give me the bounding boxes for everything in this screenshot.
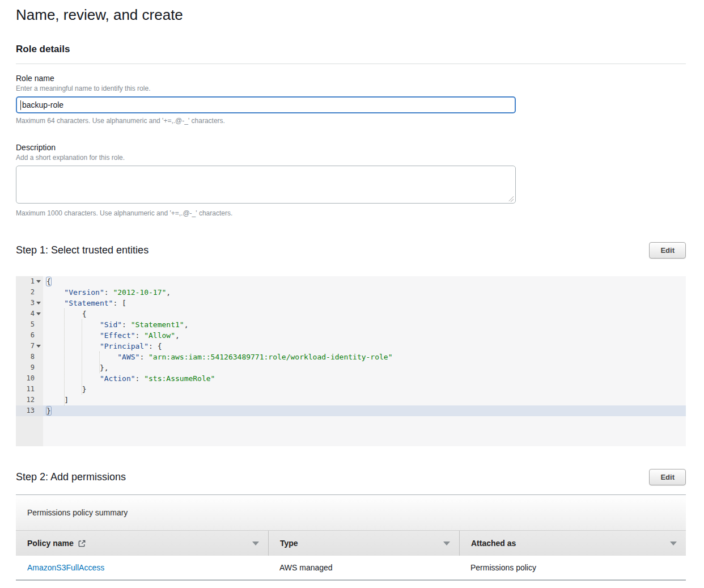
code-line: 9 }, [16,362,686,373]
code-line: 10 "Action": "sts:AssumeRole" [16,373,686,384]
line-number: 11 [27,384,35,395]
step1-heading: Step 1: Select trusted entities [16,244,149,256]
line-number: 10 [27,373,35,384]
column-header-policy-name: Policy name [16,531,268,556]
role-name-help: Enter a meaningful name to identify this… [16,84,686,92]
permissions-table-header: Policy name Type Attached as [16,530,686,556]
column-header-type: Type [268,531,459,556]
step2-edit-button[interactable]: Edit [649,469,686,485]
description-field: Description Add a short explanation for … [16,143,686,217]
description-constraint: Maximum 1000 characters. Use alphanumeri… [16,209,686,217]
role-name-input-wrap [16,96,516,113]
role-name-label: Role name [16,74,686,83]
filter-dropdown-icon[interactable] [670,542,677,545]
page-title: Name, review, and create [16,0,686,23]
policy-type-cell: AWS managed [268,563,459,572]
table-row: AmazonS3FullAccess AWS managed Permissio… [16,556,686,581]
code-line: 13} [16,405,686,416]
line-number: 2 [31,287,35,298]
description-textarea[interactable] [16,166,516,204]
fold-arrow-icon[interactable] [36,345,41,348]
filter-dropdown-icon[interactable] [252,542,259,545]
code-line: 1{ [16,276,686,287]
step2-header: Step 2: Add permissions Edit [16,469,686,485]
text-cursor [20,100,21,110]
fold-arrow-icon[interactable] [36,280,41,283]
policy-link[interactable]: AmazonS3FullAccess [27,563,104,572]
name-review-create-page: Name, review, and create Role details Ro… [0,0,704,588]
step1-header: Step 1: Select trusted entities Edit [16,242,686,259]
line-number: 12 [27,395,35,405]
step2-heading: Step 2: Add permissions [16,471,126,483]
code-line: 7 "Principal": { [16,341,686,352]
role-name-field: Role name Enter a meaningful name to ide… [16,74,686,125]
fold-arrow-icon[interactable] [36,302,41,304]
column-header-attached-as: Attached as [459,531,686,556]
line-number: 5 [31,319,35,330]
line-number: 1 [31,276,35,287]
line-number: 6 [31,330,35,341]
line-number: 13 [27,405,35,416]
resize-handle-icon[interactable] [508,196,514,202]
step1-edit-button[interactable]: Edit [649,242,686,259]
permissions-panel-title: Permissions policy summary [16,495,686,530]
permissions-panel: Permissions policy summary Policy name T… [16,495,686,581]
code-line: 3 "Statement": [ [16,298,686,308]
code-line: 4 { [16,308,686,319]
trust-policy-editor[interactable]: 1{2 "Version": "2012-10-17",3 "Statement… [16,276,686,446]
role-name-constraint: Maximum 64 characters. Use alphanumeric … [16,117,686,125]
type-header-label: Type [280,539,298,548]
description-label: Description [16,143,686,152]
policy-name-header-label: Policy name [27,539,74,548]
code-line: 5 "Sid": "Statement1", [16,319,686,330]
fold-arrow-icon[interactable] [36,312,41,315]
attached-as-header-label: Attached as [471,539,516,548]
code-line: 6 "Effect": "Allow", [16,330,686,341]
code-lines: 1{2 "Version": "2012-10-17",3 "Statement… [16,276,686,416]
filter-dropdown-icon[interactable] [443,542,450,545]
policy-name-cell: AmazonS3FullAccess [16,563,268,572]
line-number: 7 [31,341,35,352]
line-number: 4 [31,308,35,319]
divider [16,64,686,64]
line-number: 9 [31,362,35,373]
code-line: 12 ] [16,395,686,405]
page-content: Name, review, and create Role details Ro… [0,0,704,581]
description-input-wrap [16,166,516,206]
external-link-icon [78,539,86,548]
role-details-heading: Role details [16,44,686,55]
code-line: 11 } [16,384,686,395]
line-number: 8 [31,352,35,362]
code-line: 2 "Version": "2012-10-17", [16,287,686,298]
attached-as-cell: Permissions policy [459,563,686,572]
code-line: 8 "AWS": "arn:aws:iam::541263489771:role… [16,352,686,362]
description-help: Add a short explanation for this role. [16,154,686,162]
role-name-input[interactable] [16,96,516,113]
line-number: 3 [31,298,35,308]
